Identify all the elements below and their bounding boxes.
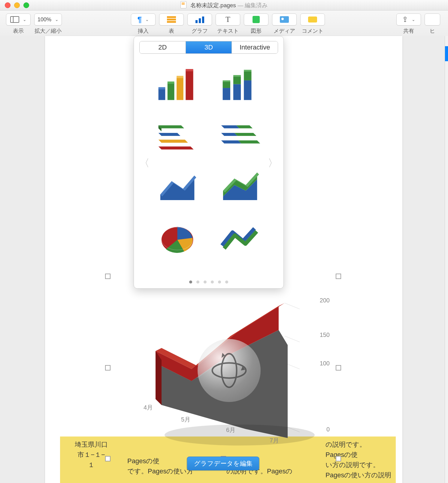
x-axis-tick: 5月 <box>181 416 190 424</box>
inspector-panel-edge[interactable] <box>445 36 448 483</box>
chart-popover-pager <box>134 280 283 284</box>
chart-type-3d-hbar[interactable] <box>149 115 206 157</box>
media-label: メディア <box>274 27 295 34</box>
chart-popover-prev[interactable]: 〈 <box>139 156 150 170</box>
table-icon <box>167 16 176 23</box>
pager-dot[interactable] <box>218 280 221 284</box>
shape-label: 図形 <box>251 27 262 34</box>
tab-2d[interactable]: 2D <box>140 41 186 53</box>
chart-popover-next[interactable]: 〉 <box>268 156 278 170</box>
svg-point-9 <box>165 424 315 446</box>
toolbar: ⌄ 表示 100% ⌄ 拡大／縮小 ¶ ⌄ 挿入 表 <box>0 10 448 40</box>
svg-rect-24 <box>244 80 251 100</box>
pager-dot[interactable] <box>189 280 192 284</box>
svg-rect-22 <box>233 84 241 100</box>
bar-chart-icon <box>195 16 204 23</box>
tab-3d[interactable]: 3D <box>186 41 232 53</box>
svg-rect-13 <box>159 87 165 90</box>
table-label: 表 <box>169 27 174 34</box>
svg-marker-32 <box>159 140 188 143</box>
tips-label: ヒ <box>430 27 435 34</box>
chart-type-3d-stacked-bar[interactable] <box>212 64 268 106</box>
media-icon <box>280 16 289 23</box>
resize-handle[interactable] <box>336 365 341 370</box>
tab-interactive[interactable]: Interactive <box>232 41 278 53</box>
view-icon <box>10 16 19 23</box>
share-icon: ⇪ <box>402 15 408 24</box>
chart-type-3d-area[interactable] <box>149 166 206 208</box>
body-text: Pagesの使い方の説明 <box>325 470 392 480</box>
chart-type-3d-stacked-area[interactable] <box>212 166 268 208</box>
chart-type-3d-bar[interactable] <box>149 64 206 106</box>
x-axis-tick: 7月 <box>270 436 279 445</box>
pilcrow-icon: ¶ <box>138 15 142 24</box>
svg-marker-34 <box>221 125 239 128</box>
chart-type-segmented: 2D 3D Interactive <box>139 41 278 54</box>
insert-button[interactable]: ¶ ⌄ <box>131 14 156 26</box>
svg-marker-37 <box>235 133 256 136</box>
chart-object[interactable]: 200 150 100 0 4月 5月 6月 7月 <box>107 276 339 459</box>
rotate-3d-control[interactable] <box>198 339 261 402</box>
svg-rect-17 <box>177 76 183 78</box>
svg-rect-27 <box>233 75 241 76</box>
resize-handle[interactable] <box>105 365 110 370</box>
text-button[interactable]: T <box>216 14 240 26</box>
edit-chart-data-button[interactable]: グラフデータを編集 <box>187 457 259 470</box>
svg-rect-25 <box>244 71 251 80</box>
svg-rect-12 <box>159 89 165 100</box>
comment-icon <box>308 16 317 22</box>
chart-type-3d-line[interactable] <box>212 217 268 259</box>
svg-line-0 <box>285 303 300 309</box>
document-icon <box>180 1 186 8</box>
chevron-down-icon: ⌄ <box>23 17 26 22</box>
share-label: 共有 <box>403 27 414 34</box>
x-axis-tick: 6月 <box>226 426 235 434</box>
svg-marker-29 <box>159 125 184 128</box>
body-text: １ <box>64 460 118 470</box>
svg-line-1 <box>285 336 300 342</box>
svg-rect-26 <box>223 80 230 82</box>
pager-dot[interactable] <box>225 280 228 284</box>
zoom-button[interactable]: 100% ⌄ <box>34 14 62 26</box>
pager-dot[interactable] <box>204 280 207 284</box>
inspector-selected-tab-edge <box>445 46 448 61</box>
shape-button[interactable] <box>244 14 268 26</box>
y-axis-tick: 0 <box>326 426 330 433</box>
resize-handle[interactable] <box>105 274 110 279</box>
document-edited-label: 編集済み <box>245 2 268 8</box>
shape-icon <box>253 16 260 23</box>
text-icon: T <box>226 15 230 24</box>
svg-marker-40 <box>160 176 194 200</box>
y-axis-tick: 200 <box>320 297 330 304</box>
tips-button[interactable] <box>425 14 440 26</box>
svg-rect-15 <box>168 82 174 84</box>
zoom-value: 100% <box>38 16 51 23</box>
share-button[interactable]: ⇪ ⌄ <box>396 14 421 26</box>
chart-type-popover: 2D 3D Interactive <box>134 36 284 289</box>
pager-dot[interactable] <box>196 280 199 284</box>
svg-point-11 <box>222 354 237 387</box>
resize-handle[interactable] <box>336 456 341 461</box>
x-axis-tick: 4月 <box>144 404 153 412</box>
body-text: い方の説明です。 <box>325 460 392 470</box>
media-button[interactable] <box>272 14 297 26</box>
chart-label: グラフ <box>192 27 208 34</box>
chart-type-3d-pie[interactable] <box>149 217 206 259</box>
resize-handle[interactable] <box>336 274 341 279</box>
svg-rect-16 <box>177 77 183 100</box>
chart-button[interactable] <box>187 14 212 26</box>
chevron-down-icon: ⌄ <box>412 17 415 22</box>
chart-type-3d-hstacked-bar[interactable] <box>212 115 268 157</box>
document-title[interactable]: 名称未設定.pages <box>190 2 236 8</box>
view-button[interactable]: ⌄ <box>6 14 31 26</box>
table-button[interactable] <box>159 14 184 26</box>
pager-dot[interactable] <box>211 280 214 284</box>
comment-label: コメント <box>302 27 323 34</box>
svg-marker-39 <box>238 140 260 143</box>
resize-handle[interactable] <box>105 456 110 461</box>
y-axis-tick: 100 <box>320 360 330 367</box>
svg-rect-21 <box>223 82 230 88</box>
svg-rect-20 <box>223 88 230 100</box>
svg-rect-28 <box>244 70 251 71</box>
comment-button[interactable] <box>300 14 325 26</box>
